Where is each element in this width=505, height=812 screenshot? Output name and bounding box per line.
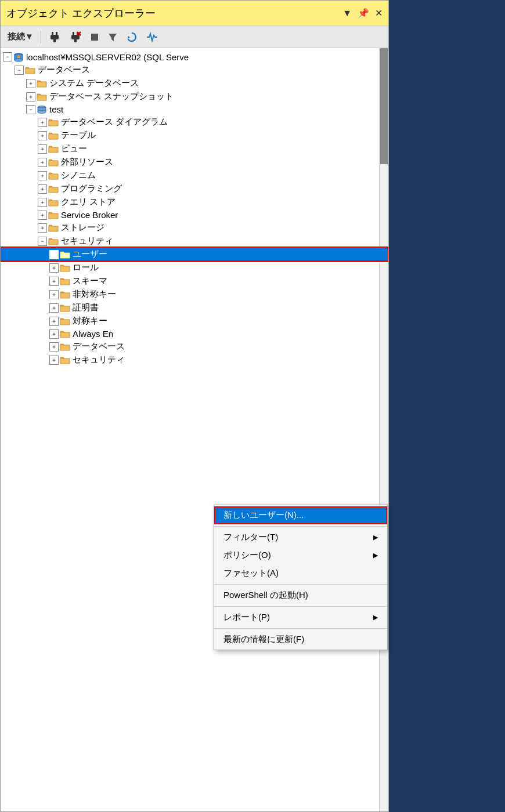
test-db-node[interactable]: － test — [1, 103, 388, 115]
security2-label: セキュリティ — [73, 354, 125, 365]
menu-new-user[interactable]: 新しいユーザー(N)... — [214, 506, 387, 524]
asymmetric-expand[interactable]: ＋ — [49, 290, 59, 299]
users-node[interactable]: ＋ ユーザー — [1, 248, 388, 261]
databases-expand[interactable]: － — [15, 66, 24, 75]
users-expand[interactable]: ＋ — [49, 250, 59, 259]
certificates-node[interactable]: ＋ 証明書 — [1, 301, 388, 314]
programming-node[interactable]: ＋ プログラミング — [1, 182, 388, 195]
folder-icon17 — [60, 290, 70, 299]
plug-icon[interactable] — [46, 30, 63, 45]
menu-report[interactable]: レポート(P) ▶ — [214, 608, 387, 626]
service-broker-expand[interactable]: ＋ — [38, 211, 47, 220]
menu-separator4 — [214, 628, 387, 629]
security2-expand[interactable]: ＋ — [49, 356, 59, 365]
menu-separator2 — [214, 584, 387, 585]
synonyms-expand[interactable]: ＋ — [38, 171, 47, 180]
menu-policy[interactable]: ポリシー(O) ▶ — [214, 546, 387, 564]
external-resources-node[interactable]: ＋ 外部リソース — [1, 155, 388, 169]
security-parent-node[interactable]: － セキュリティ — [1, 234, 388, 248]
close-icon[interactable]: ✕ — [375, 8, 383, 19]
tables-node[interactable]: ＋ テーブル — [1, 129, 388, 142]
svg-rect-4 — [73, 32, 74, 35]
menu-separator1 — [214, 526, 387, 527]
disconnect-icon[interactable] — [67, 30, 84, 45]
db-diagram-node[interactable]: ＋ データベース ダイアグラム — [1, 115, 388, 129]
db-diagram-expand[interactable]: ＋ — [38, 118, 47, 127]
asymmetric-keys-node[interactable]: ＋ 非対称キー — [1, 288, 388, 301]
panel-title: オブジェクト エクスプローラー — [6, 6, 156, 20]
db-snapshot-expand[interactable]: ＋ — [26, 92, 35, 102]
views-node[interactable]: ＋ ビュー — [1, 142, 388, 155]
svg-marker-12 — [128, 36, 130, 39]
dropdown-icon[interactable]: ▼ — [342, 8, 352, 19]
query-store-node[interactable]: ＋ クエリ ストア — [1, 195, 388, 209]
db-snapshot-node[interactable]: ＋ データベース スナップショット — [1, 90, 388, 103]
object-explorer-panel: オブジェクト エクスプローラー ▼ 📌 ✕ 接続▼ — [0, 0, 389, 812]
menu-filter[interactable]: フィルター(T) ▶ — [214, 528, 387, 546]
pin-icon[interactable]: 📌 — [358, 8, 369, 19]
symmetric-expand[interactable]: ＋ — [49, 317, 59, 326]
system-db-node[interactable]: ＋ システム データベース — [1, 77, 388, 90]
schemas-node[interactable]: ＋ スキーマ — [1, 274, 388, 288]
security-parent-label: セキュリティ — [61, 235, 113, 246]
certificates-expand[interactable]: ＋ — [49, 303, 59, 313]
tables-expand[interactable]: ＋ — [38, 131, 47, 140]
storage-expand[interactable]: ＋ — [38, 223, 47, 233]
views-label: ビュー — [61, 143, 87, 154]
test-db-expand[interactable]: － — [26, 105, 35, 114]
folder-icon22 — [60, 356, 70, 365]
folder-icon5 — [48, 131, 59, 140]
symmetric-keys-node[interactable]: ＋ 対称キー — [1, 314, 388, 328]
views-expand[interactable]: ＋ — [38, 144, 47, 154]
system-db-expand[interactable]: ＋ — [26, 79, 35, 88]
schemas-label: スキーマ — [73, 276, 107, 287]
stop-icon[interactable] — [88, 31, 102, 43]
service-broker-node[interactable]: ＋ Service Broker — [1, 209, 388, 221]
connect-button[interactable]: 接続▼ — [5, 30, 36, 44]
db-snapshot-label: データベース スナップショット — [49, 91, 174, 102]
symmetric-keys-label: 対称キー — [73, 316, 107, 327]
folder-icon9 — [48, 184, 59, 194]
security-expand[interactable]: － — [38, 237, 47, 246]
storage-label: ストレージ — [61, 222, 104, 233]
folder-icon21 — [60, 342, 70, 351]
menu-powershell[interactable]: PowerShell の起動(H) — [214, 586, 387, 604]
scrollbar-thumb[interactable] — [380, 48, 388, 164]
schemas-expand[interactable]: ＋ — [49, 277, 59, 286]
refresh-icon[interactable] — [124, 30, 140, 44]
folder-icon16 — [60, 277, 70, 286]
external-expand[interactable]: ＋ — [38, 158, 47, 167]
service-broker-label: Service Broker — [61, 210, 118, 220]
databases-node[interactable]: － データベース — [1, 63, 388, 77]
folder-icon7 — [48, 158, 59, 167]
query-store-expand[interactable]: ＋ — [38, 198, 47, 207]
menu-facets[interactable]: ファセット(A) — [214, 564, 387, 582]
folder-icon3 — [37, 92, 47, 102]
roles-node[interactable]: ＋ ロール — [1, 261, 388, 274]
db-encryption-expand[interactable]: ＋ — [49, 342, 59, 351]
folder-icon15 — [60, 263, 70, 273]
menu-refresh[interactable]: 最新の情報に更新(F) — [214, 630, 387, 648]
programming-expand[interactable]: ＋ — [38, 184, 47, 194]
always-encrypted-expand[interactable]: ＋ — [49, 329, 59, 339]
folder-icon12 — [48, 223, 59, 233]
test-db-icon — [37, 105, 47, 114]
filter-icon[interactable] — [105, 31, 120, 44]
separator1 — [41, 31, 41, 44]
always-encrypted-node[interactable]: ＋ Always En — [1, 328, 388, 340]
server-expand[interactable]: － — [3, 52, 12, 61]
security2-node[interactable]: ＋ セキュリティ — [1, 353, 388, 367]
system-db-label: システム データベース — [49, 78, 139, 89]
databases-label: データベース — [38, 64, 90, 75]
db-encryption-node[interactable]: ＋ データベース — [1, 340, 388, 353]
title-controls: ▼ 📌 ✕ — [342, 8, 383, 19]
refresh-label: 最新の情報に更新(F) — [223, 634, 304, 645]
server-label: localhost¥MSSQLSERVER02 (SQL Serve — [26, 52, 189, 62]
activity-icon[interactable] — [143, 31, 161, 44]
scrollbar[interactable] — [379, 48, 388, 811]
roles-expand[interactable]: ＋ — [49, 263, 59, 273]
facets-label: ファセット(A) — [223, 568, 279, 579]
synonyms-node[interactable]: ＋ シノニム — [1, 169, 388, 182]
server-node[interactable]: － localhost¥MSSQLSERVER02 (SQL Serve — [1, 50, 388, 63]
storage-node[interactable]: ＋ ストレージ — [1, 221, 388, 234]
